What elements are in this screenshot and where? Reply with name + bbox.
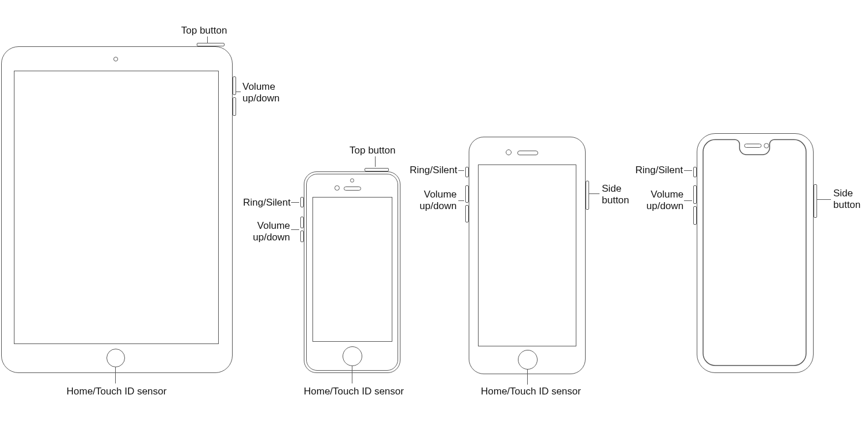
ih-volume-label: Volume up/down — [420, 189, 457, 213]
lead — [291, 202, 299, 203]
lead — [236, 92, 241, 92]
lead — [115, 367, 116, 383]
if-ring-silent-label: Ring/Silent — [635, 165, 683, 176]
lead — [375, 156, 376, 167]
ipad-volume-label: Volume up/down — [242, 81, 279, 105]
ipad-top-button-icon — [197, 43, 225, 46]
se-ring-silent-label: Ring/Silent — [243, 197, 290, 209]
ih-ring-silent-label: Ring/Silent — [410, 165, 457, 176]
lead — [817, 199, 831, 200]
if-side-label: Side button — [833, 188, 860, 211]
ih-home-label: Home/Touch ID sensor — [481, 386, 581, 397]
ipad-home-button-icon — [106, 349, 125, 367]
if-volume-label: Volume up/down — [646, 189, 683, 213]
se-home-label: Home/Touch ID sensor — [304, 386, 404, 397]
se-speaker-icon — [344, 187, 361, 191]
se-camera-icon — [334, 185, 340, 191]
ipad-top-button-label: Top button — [181, 25, 227, 36]
se-vol-up-icon — [300, 217, 304, 228]
ih-ring-silent-icon — [465, 167, 469, 177]
lead — [352, 366, 352, 383]
if-speaker-icon — [744, 144, 762, 148]
ipad-home-label: Home/Touch ID sensor — [67, 386, 167, 397]
if-camera-icon — [764, 143, 769, 148]
se-ring-silent-icon — [300, 197, 304, 207]
lead — [527, 370, 528, 385]
ih-side-label: Side button — [602, 183, 629, 207]
ih-home-button-icon — [518, 350, 538, 370]
if-ring-silent-icon — [693, 167, 697, 177]
if-side-button-icon — [814, 184, 817, 218]
se-top-button-label: Top button — [350, 145, 395, 156]
se-vol-down-icon — [300, 231, 304, 242]
lead — [684, 200, 692, 201]
if-vol-up-icon — [693, 185, 697, 204]
ih-side-button-icon — [586, 181, 589, 210]
if-vol-down-icon — [693, 206, 697, 225]
ipad-camera-icon — [113, 57, 118, 61]
if-screen — [703, 139, 807, 366]
ih-camera-icon — [506, 149, 512, 155]
ipad-volume-up-icon — [233, 76, 236, 95]
se-screen — [312, 197, 392, 342]
lead — [458, 170, 464, 171]
se-top-button-icon — [365, 168, 389, 171]
ih-speaker-icon — [517, 151, 538, 155]
ih-vol-up-icon — [465, 185, 469, 203]
lead — [684, 170, 692, 171]
lead — [207, 36, 208, 43]
se-sensor-icon — [350, 178, 354, 182]
se-home-button-icon — [343, 346, 362, 366]
ih-vol-down-icon — [465, 205, 469, 222]
ipad-volume-down-icon — [233, 97, 236, 116]
ipad-screen — [14, 71, 219, 344]
lead — [458, 200, 464, 201]
diagram-stage: Top button Volume up/down Home/Touch ID … — [0, 0, 868, 424]
lead — [589, 193, 599, 194]
ih-screen — [478, 165, 576, 346]
se-volume-label: Volume up/down — [253, 220, 290, 244]
lead — [291, 229, 299, 230]
